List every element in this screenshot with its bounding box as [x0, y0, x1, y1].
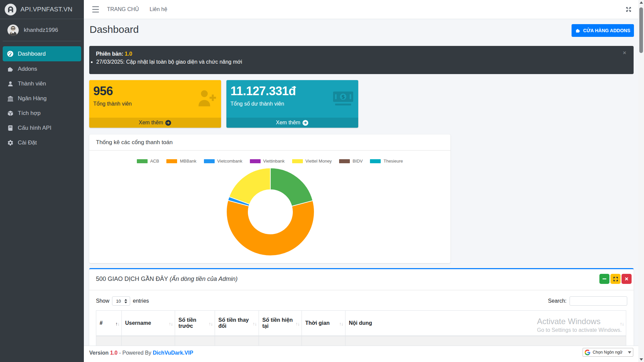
legend-label: MBBank [180, 159, 196, 164]
sidebar-item-label: Dashboard [18, 51, 46, 57]
google-translate-widget[interactable]: Chọn Ngôn ngữ [583, 348, 633, 357]
legend-label: Thesieure [383, 159, 403, 164]
sidebar-item-label: Cấu hình API [18, 125, 51, 131]
legend-swatch [250, 159, 261, 163]
donut-chart[interactable] [223, 165, 317, 259]
members-more-link[interactable]: Xem thêm [89, 118, 221, 128]
brand[interactable]: API.VPNFAST.VN [0, 0, 84, 19]
sidebar-item-integrations[interactable]: Tích hợp [3, 106, 81, 120]
screen: API.VPNFAST.VN khanhdz1996 [0, 0, 644, 362]
sort-icon: ↑↓ [296, 321, 300, 326]
balance-more-link[interactable]: Xem thêm [226, 118, 358, 128]
username[interactable]: khanhdz1996 [24, 27, 58, 34]
footer-version: 1.0 [110, 350, 117, 356]
fullscreen-icon[interactable] [626, 6, 632, 12]
col-header-time[interactable]: Thời gian↑↓ [302, 311, 345, 336]
legend-item[interactable]: ACB [137, 159, 159, 164]
legend-item[interactable]: Viettel Money [292, 159, 332, 164]
legend-swatch [166, 159, 177, 163]
legend-label: Viettinbank [263, 159, 285, 164]
transactions-card-title: 500 GIAO DỊCH GẦN ĐÂY (Ẩn dòng tiền của … [96, 276, 237, 282]
x-icon [624, 277, 629, 281]
sidebar-item-addons[interactable]: Addons [3, 62, 81, 76]
remove-button[interactable] [622, 274, 632, 284]
col-header-content[interactable]: Nội dung↑↓ [345, 311, 626, 336]
user-plus-icon [196, 89, 217, 108]
minus-icon [602, 277, 607, 281]
legend-label: BIDV [353, 159, 363, 164]
legend-item[interactable]: MBBank [166, 159, 196, 164]
col-header-amount-change[interactable]: Số tiền thay đổi↑↓ [215, 311, 259, 336]
sidebar-menu: Dashboard Addons [3, 46, 81, 150]
sidebar-item-label: Thành viên [18, 80, 46, 87]
maximize-button[interactable] [610, 274, 621, 284]
cube-icon [7, 110, 14, 117]
scroll-up-icon[interactable] [640, 1, 643, 4]
col-header-index[interactable]: #↑↓ [96, 311, 122, 336]
chart-card-title: Thống kê các cổng thanh toán [96, 139, 173, 145]
cash-icon: $ [332, 89, 354, 108]
sidebar-item-api-config[interactable]: Cấu hình API [3, 121, 81, 135]
page-title: Dashboard [90, 24, 139, 35]
legend-swatch [137, 159, 148, 163]
collapse-button[interactable] [599, 274, 609, 284]
tachometer-icon [7, 50, 14, 57]
sidebar-item-members[interactable]: Thành viên [3, 76, 81, 91]
legend-label: Viettel Money [306, 159, 332, 164]
donut-slice-ACB[interactable] [270, 168, 313, 206]
sidebar-item-label: Ngân Hàng [18, 95, 47, 102]
version-notice: Phiên bản:1.0 27/03/2025: Cập nhật lại t… [89, 46, 634, 74]
sidebar-item-banks[interactable]: Ngân Hàng [3, 91, 81, 106]
expand-icon [613, 277, 618, 282]
table-length-control: Show 10 entries [96, 296, 149, 306]
sort-icon: ↑↓ [169, 321, 173, 326]
page-length-select[interactable]: 10 [112, 296, 130, 306]
puzzle-icon [7, 65, 14, 72]
legend-item[interactable]: BIDV [339, 159, 363, 164]
col-header-balance-before[interactable]: Số tiền trước↑↓ [175, 311, 215, 336]
version-number: 1.0 [125, 51, 132, 57]
close-icon[interactable]: × [623, 50, 626, 56]
show-label: Show [96, 298, 109, 304]
scroll-down-icon[interactable] [640, 358, 643, 361]
chevron-down-icon [628, 351, 631, 354]
main-area: TRANG CHỦ Liên hệ Dashboard CỬA HÀNG ADD… [84, 0, 638, 362]
arrow-circle-right-icon [302, 120, 309, 126]
sidebar-item-dashboard[interactable]: Dashboard [3, 46, 81, 61]
legend-item[interactable]: Vietcombank [204, 159, 243, 164]
user-panel: khanhdz1996 [3, 19, 81, 41]
avatar[interactable] [7, 24, 19, 36]
donut-slice-MBBank[interactable] [226, 200, 314, 256]
sidebar: API.VPNFAST.VN khanhdz1996 [0, 0, 84, 362]
legend-item[interactable]: Viettinbank [250, 159, 285, 164]
sidebar-toggle-icon[interactable] [92, 6, 99, 12]
legend-swatch [292, 159, 303, 163]
svg-text:$: $ [341, 94, 345, 100]
sidebar-item-label: Addons [18, 66, 37, 72]
donut-chart-wrap [223, 165, 317, 259]
table-search-control: Search: [548, 296, 627, 306]
footer-powered: - Powered By [119, 350, 151, 356]
puzzle-icon [575, 28, 581, 33]
sidebar-item-settings[interactable]: Cài Đặt [3, 135, 81, 150]
col-header-balance-after[interactable]: Số tiền hiện tại↑↓ [259, 311, 302, 336]
addons-store-button[interactable]: CỬA HÀNG ADDONS [572, 24, 634, 37]
legend-item[interactable]: Thesieure [370, 159, 403, 164]
col-header-username[interactable]: Username↑↓ [122, 311, 175, 336]
nav-link-home[interactable]: TRANG CHỦ [102, 6, 144, 12]
scrollbar[interactable] [638, 0, 644, 362]
version-line: Phiên bản:1.0 [96, 51, 627, 57]
changelog-item: 27/03/2025: Cập nhật lại toàn bộ giao di… [96, 59, 627, 65]
arrow-circle-right-icon [165, 120, 171, 126]
sort-icon: ↑↓ [620, 321, 624, 326]
scrollbar-thumb[interactable] [639, 7, 643, 53]
brand-title: API.VPNFAST.VN [20, 6, 72, 13]
search-input[interactable] [570, 296, 627, 306]
sort-icon: ↑↓ [115, 321, 119, 326]
stat-box-members: 956 Tổng thành viên Xem thêm [89, 80, 221, 128]
footer-brand-link[interactable]: DichVuDark.VIP [153, 350, 193, 356]
legend-swatch [339, 159, 350, 163]
donut-slice-Viettel Money[interactable] [229, 168, 270, 204]
nav-link-contact[interactable]: Liên hệ [144, 6, 173, 12]
stat-box-balance: 11.127.331đ Tổng số dư thành viên $ Xem … [226, 80, 358, 128]
